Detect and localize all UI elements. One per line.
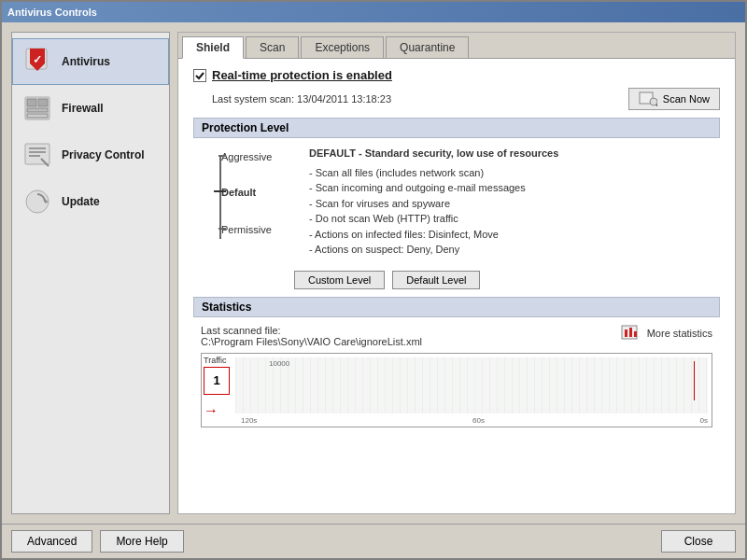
level-permissive: Permissive: [221, 224, 272, 235]
sidebar-item-antivirus[interactable]: ✓ Antivirus: [12, 38, 169, 85]
svg-rect-3: [27, 99, 36, 106]
chart-x-0: 0s: [700, 416, 708, 425]
level-description: DEFAULT - Standard security, low use of …: [309, 146, 712, 258]
level-buttons: Custom Level Default Level: [287, 267, 720, 297]
svg-point-14: [650, 98, 657, 105]
more-stats-icon: [621, 325, 641, 342]
tab-shield[interactable]: Shield: [182, 36, 244, 59]
chart-red-line: [694, 361, 695, 400]
main-content: ✓ Antivirus Firewall: [2, 22, 745, 524]
statistics-header: Statistics: [193, 297, 720, 317]
chart-x-labels: 120s 60s 0s: [241, 416, 708, 425]
chart-y-label: 10000: [269, 359, 289, 368]
svg-rect-7: [25, 144, 49, 164]
last-scan-text: Last system scan: 13/04/2011 13:18:23: [212, 93, 391, 105]
more-help-button[interactable]: More Help: [100, 530, 183, 553]
last-scanned-file: C:\Program Files\Sony\VAIO Care\ignoreLi…: [201, 336, 422, 347]
protection-title: Real-time protection is enabled: [212, 68, 392, 82]
svg-rect-19: [634, 331, 637, 337]
tick-aggressive: [218, 155, 226, 157]
svg-rect-4: [38, 99, 48, 106]
sidebar-item-privacy[interactable]: Privacy Control: [12, 132, 169, 178]
bullet-3: - Scan for viruses and spyware: [309, 196, 712, 212]
tab-quarantine[interactable]: Quarantine: [386, 36, 469, 58]
close-button[interactable]: Close: [661, 530, 736, 553]
stats-info: Last scanned file: C:\Program Files\Sony…: [201, 325, 712, 347]
protection-level-header: Protection Level: [193, 118, 720, 138]
bullet-2: - Scan incoming and outgoing e-mail mess…: [309, 180, 712, 196]
footer-left-buttons: Advanced More Help: [11, 530, 184, 553]
antivirus-icon: ✓: [22, 47, 52, 77]
tab-exceptions[interactable]: Exceptions: [301, 36, 384, 58]
scan-now-icon: [639, 91, 657, 106]
svg-rect-8: [29, 147, 46, 149]
bullet-1: - Scan all files (includes network scan): [309, 165, 712, 181]
firewall-icon: [22, 93, 52, 123]
default-level-button[interactable]: Default Level: [392, 271, 480, 289]
sidebar-label-update: Update: [62, 195, 100, 208]
chart-area: 10000: [235, 357, 708, 413]
svg-rect-9: [29, 151, 46, 153]
tick-default: [214, 190, 226, 192]
level-aggressive: Aggressive: [221, 151, 272, 162]
stats-left: Last scanned file: C:\Program Files\Sony…: [201, 325, 422, 347]
update-icon: [22, 187, 52, 217]
level-scale: Aggressive Default Permissive: [201, 146, 294, 248]
protection-header: Real-time protection is enabled: [193, 68, 720, 82]
statistics-area: Last scanned file: C:\Program Files\Sony…: [193, 325, 720, 427]
privacy-icon: [22, 140, 52, 170]
sidebar: ✓ Antivirus Firewall: [11, 32, 170, 514]
bullet-5: - Actions on infected files: Disinfect, …: [309, 227, 712, 243]
sidebar-label-antivirus: Antivirus: [62, 55, 110, 68]
traffic-chart: Traffic 1 → 10000 120s 60s 0s: [201, 353, 712, 427]
protection-level-area: Aggressive Default Permissive: [193, 146, 720, 258]
tick-permissive: [218, 228, 226, 230]
description-default-line: DEFAULT - Standard security, low use of …: [309, 147, 558, 159]
chart-x-60: 60s: [472, 416, 485, 425]
sidebar-label-firewall: Firewall: [62, 102, 104, 115]
panel-content: Real-time protection is enabled Last sys…: [178, 59, 735, 513]
chart-x-120: 120s: [241, 416, 257, 425]
scan-info: Last system scan: 13/04/2011 13:18:23 Sc…: [212, 88, 720, 110]
right-panel: Shield Scan Exceptions Quarantine: [177, 32, 736, 514]
sidebar-label-privacy: Privacy Control: [62, 148, 145, 161]
traffic-label: Traffic: [204, 356, 227, 365]
tabs-bar: Shield Scan Exceptions Quarantine: [178, 33, 735, 59]
level-default: Default: [221, 187, 256, 198]
protection-checkbox[interactable]: [193, 69, 206, 82]
traffic-arrow-icon: →: [204, 402, 218, 419]
footer: Advanced More Help Close: [2, 524, 745, 558]
traffic-value: 1: [204, 367, 230, 395]
more-statistics-button[interactable]: More statistics: [621, 325, 712, 342]
svg-rect-10: [29, 155, 40, 157]
bullet-4: - Do not scan Web (HTTP) traffic: [309, 211, 712, 227]
advanced-button[interactable]: Advanced: [11, 530, 92, 553]
svg-rect-5: [27, 108, 48, 112]
bullet-6: - Actions on suspect: Deny, Deny: [309, 242, 712, 258]
scan-now-button[interactable]: Scan Now: [628, 88, 720, 110]
svg-rect-6: [27, 114, 48, 118]
main-window: Antivirus Controls ✓ Antivirus: [0, 0, 747, 560]
sidebar-item-update[interactable]: Update: [12, 178, 169, 225]
title-bar: Antivirus Controls: [2, 2, 745, 22]
svg-line-15: [656, 105, 657, 106]
sidebar-item-firewall[interactable]: Firewall: [12, 85, 169, 132]
svg-rect-18: [629, 328, 632, 337]
last-scanned-label: Last scanned file:: [201, 325, 422, 336]
custom-level-button[interactable]: Custom Level: [294, 271, 385, 289]
svg-text:✓: ✓: [33, 53, 42, 66]
window-title: Antivirus Controls: [7, 7, 97, 18]
tab-scan[interactable]: Scan: [246, 36, 299, 58]
svg-rect-17: [625, 329, 627, 337]
